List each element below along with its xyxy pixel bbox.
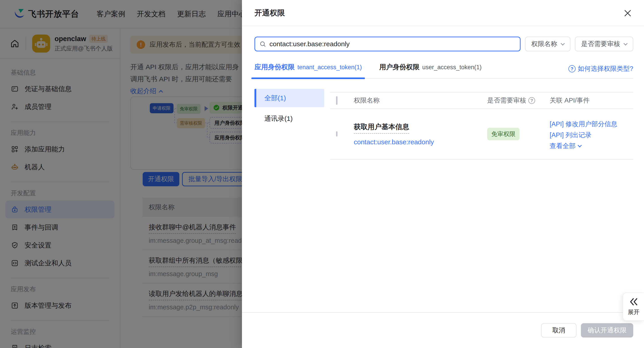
chevron-down-icon (560, 41, 564, 45)
confirm-open-permission-button[interactable]: 确认开通权限 (581, 323, 633, 338)
double-chevron-left-icon (629, 298, 638, 306)
api-link[interactable]: [API] 列出记录 (550, 131, 633, 140)
cancel-button[interactable]: 取消 (541, 323, 576, 338)
expand-panel-button[interactable]: 展开 (623, 293, 644, 321)
search-input[interactable] (270, 40, 516, 48)
filter-label: 权限名称 (531, 39, 557, 48)
question-circle-icon[interactable]: ? (528, 97, 535, 104)
column-permission-name: 权限名称 (354, 96, 487, 105)
chevron-down-icon (624, 41, 628, 45)
category-all[interactable]: 全部(1) (254, 89, 324, 107)
select-all-checkbox[interactable] (336, 96, 338, 105)
tab-tenant-permissions[interactable]: 应用身份权限 tenant_access_token(1) (254, 63, 362, 78)
related-api-cell: [API] 修改用户部分信息 [API] 列出记录 查看全部 (550, 118, 633, 151)
chevron-down-icon (578, 143, 582, 147)
help-permission-type-link[interactable]: ? 如何选择权限类型? (568, 64, 633, 73)
close-icon[interactable] (623, 8, 632, 18)
modal-footer: 取消 确认开通权限 (242, 312, 644, 348)
column-review-required: 是否需要审核 ? (487, 96, 550, 105)
category-list: 全部(1) 通讯录(1) (254, 89, 324, 128)
modal-title: 开通权限 (254, 8, 285, 18)
tab-label: 应用身份权限 (254, 63, 295, 72)
search-icon (259, 40, 266, 48)
help-label: 如何选择权限类型? (578, 64, 633, 73)
question-circle-icon: ? (568, 65, 576, 72)
permission-table: 权限名称 是否需要审核 ? 关联 API/事件 获取用户基本信息 contact… (330, 92, 633, 160)
api-link[interactable]: [API] 修改用户部分信息 (550, 120, 633, 129)
exempt-review-badge: 免审权限 (487, 128, 520, 140)
open-permission-modal: 开通权限 权限名称 是否需要审核 应用身份权限 tenant_access_to (242, 0, 644, 348)
permission-name[interactable]: 获取用户基本信息 (354, 122, 409, 134)
tab-label: 用户身份权限 (379, 63, 420, 72)
review-cell: 免审权限 (487, 128, 550, 140)
permission-cell: 获取用户基本信息 contact:user.base:readonly (354, 122, 487, 146)
tab-token-count: tenant_access_token(1) (298, 64, 362, 71)
category-contacts[interactable]: 通讯录(1) (254, 109, 324, 128)
filter-review-required-dropdown[interactable]: 是否需要审核 (575, 37, 633, 51)
column-label: 是否需要审核 (487, 96, 526, 105)
expand-label: 展开 (628, 308, 640, 316)
modal-header: 开通权限 (242, 0, 644, 26)
view-all-label: 查看全部 (550, 142, 576, 151)
search-box (254, 37, 520, 51)
modal-search-row: 权限名称 是否需要审核 (254, 37, 633, 51)
tab-user-permissions[interactable]: 用户身份权限 user_access_token(1) (379, 63, 482, 78)
tab-token-count: user_access_token(1) (422, 64, 482, 71)
column-related-api: 关联 API/事件 (550, 96, 633, 105)
permission-row: 获取用户基本信息 contact:user.base:readonly 免审权限… (330, 109, 633, 160)
filter-permission-name-dropdown[interactable]: 权限名称 (525, 37, 570, 51)
filter-label: 是否需要审核 (581, 39, 620, 48)
row-checkbox[interactable] (336, 131, 338, 137)
permission-table-header: 权限名称 是否需要审核 ? 关联 API/事件 (330, 92, 633, 109)
permission-scope[interactable]: contact:user.base:readonly (354, 138, 487, 146)
view-all-link[interactable]: 查看全部 (550, 142, 633, 151)
